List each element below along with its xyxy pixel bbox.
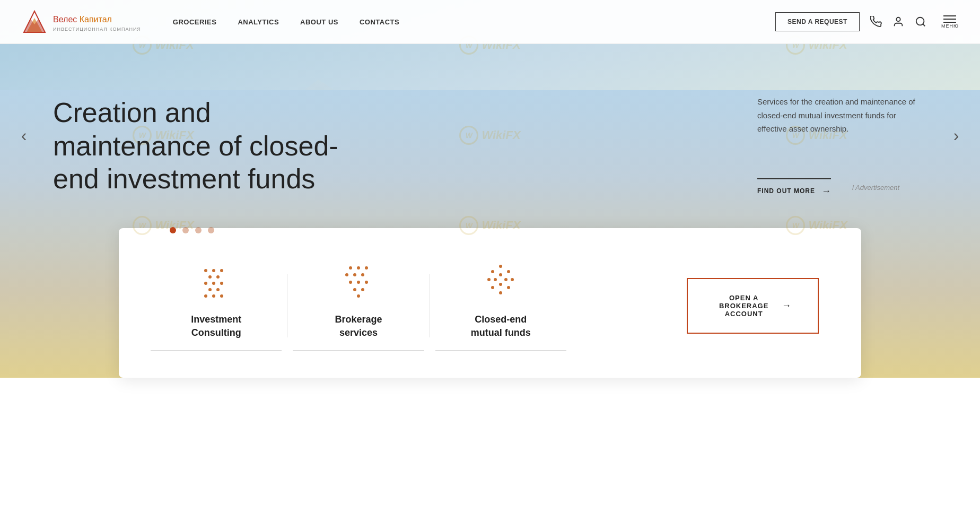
service-brokerage: Brokerageservices bbox=[293, 260, 424, 351]
header-right: SEND A REQUEST МЕНЮ bbox=[775, 12, 959, 31]
svg-point-22 bbox=[212, 294, 215, 298]
svg-point-44 bbox=[499, 273, 502, 276]
hero-dots bbox=[170, 227, 214, 233]
logo-veles: Велес bbox=[53, 15, 77, 24]
service-closed-end: Closed-endmutual funds bbox=[435, 260, 566, 351]
svg-point-23 bbox=[220, 294, 223, 298]
nav-groceries[interactable]: GROCERIES bbox=[173, 18, 217, 26]
nav-contacts[interactable]: CONTACTS bbox=[360, 18, 399, 26]
svg-point-17 bbox=[212, 282, 215, 285]
svg-point-15 bbox=[216, 275, 220, 279]
find-out-more-button[interactable]: FIND OUT MORE → bbox=[757, 178, 831, 197]
hero-dot-2[interactable] bbox=[182, 227, 189, 233]
send-request-button[interactable]: SEND A REQUEST bbox=[775, 12, 860, 31]
hero-left-panel: Creation and maintenance of closed-end i… bbox=[53, 75, 736, 195]
user-icon[interactable] bbox=[892, 16, 904, 28]
hero-prev-button[interactable]: ‹ bbox=[11, 122, 37, 149]
svg-point-39 bbox=[507, 286, 510, 289]
nav-about-us[interactable]: ABOUT US bbox=[300, 18, 338, 26]
svg-point-40 bbox=[499, 291, 502, 294]
logo-icon bbox=[21, 8, 48, 35]
menu-button[interactable]: МЕНЮ bbox=[941, 15, 959, 29]
brokerage-account-wrapper: OPEN A BROKERAGE ACCOUNT → bbox=[676, 278, 829, 334]
svg-point-38 bbox=[511, 278, 514, 281]
nav-analytics[interactable]: ANALYTICS bbox=[238, 18, 279, 26]
hero-dot-3[interactable] bbox=[195, 227, 202, 233]
svg-point-18 bbox=[220, 282, 223, 285]
svg-point-20 bbox=[216, 288, 220, 291]
service-investment-consulting: InvestmentConsulting bbox=[151, 260, 282, 351]
svg-point-28 bbox=[353, 273, 356, 276]
svg-point-42 bbox=[487, 278, 491, 281]
svg-point-47 bbox=[494, 278, 497, 281]
divider-2 bbox=[430, 274, 430, 337]
svg-point-34 bbox=[361, 288, 364, 291]
search-icon[interactable] bbox=[915, 16, 926, 28]
svg-point-3 bbox=[896, 18, 900, 21]
svg-point-31 bbox=[357, 281, 360, 284]
service-investment-title: InvestmentConsulting bbox=[191, 313, 241, 340]
open-brokerage-account-button[interactable]: OPEN A BROKERAGE ACCOUNT → bbox=[687, 278, 819, 334]
site-header: Велес Капитал ИНВЕСТИЦИОННАЯ КОМПАНИЯ GR… bbox=[0, 0, 980, 44]
svg-point-32 bbox=[365, 281, 368, 284]
svg-point-45 bbox=[504, 278, 508, 281]
find-out-more-arrow-icon: → bbox=[821, 186, 831, 197]
svg-point-21 bbox=[204, 294, 207, 298]
advertisement-text: i Advertisement bbox=[852, 184, 899, 192]
svg-point-16 bbox=[204, 282, 207, 285]
brokerage-account-text: OPEN A BROKERAGE ACCOUNT bbox=[714, 294, 773, 318]
find-out-more-text: FIND OUT MORE bbox=[757, 187, 815, 195]
hero-description: Services for the creation and maintenanc… bbox=[757, 95, 927, 136]
logo-subtitle: ИНВЕСТИЦИОННАЯ КОМПАНИЯ bbox=[53, 27, 141, 32]
service-closed-end-title: Closed-endmutual funds bbox=[471, 313, 531, 340]
divider-1 bbox=[287, 274, 287, 337]
svg-point-27 bbox=[345, 273, 348, 276]
phone-icon[interactable] bbox=[870, 16, 882, 28]
svg-point-41 bbox=[491, 286, 494, 289]
svg-point-33 bbox=[353, 288, 356, 291]
hero-title: Creation and maintenance of closed-end i… bbox=[53, 96, 350, 195]
svg-point-46 bbox=[499, 283, 502, 286]
hero-next-button[interactable]: › bbox=[943, 122, 969, 149]
svg-point-4 bbox=[916, 18, 924, 25]
main-nav: GROCERIES ANALYTICS ABOUT US CONTACTS bbox=[173, 18, 775, 26]
find-out-row: FIND OUT MORE → i Advertisement bbox=[757, 178, 927, 197]
hero-dot-1[interactable] bbox=[170, 227, 176, 233]
svg-point-29 bbox=[361, 273, 364, 276]
svg-point-14 bbox=[208, 275, 212, 279]
svg-point-19 bbox=[208, 288, 212, 291]
logo[interactable]: Велес Капитал ИНВЕСТИЦИОННАЯ КОМПАНИЯ bbox=[21, 8, 141, 35]
menu-label: МЕНЮ bbox=[941, 23, 959, 29]
service-brokerage-title: Brokerageservices bbox=[335, 313, 382, 340]
svg-point-35 bbox=[357, 294, 360, 298]
logo-kapital: Капитал bbox=[80, 15, 112, 24]
hero-right-panel: Services for the creation and maintenanc… bbox=[736, 74, 927, 197]
hero-dot-4[interactable] bbox=[208, 227, 214, 233]
svg-point-30 bbox=[349, 281, 352, 284]
brokerage-account-arrow-icon: → bbox=[782, 300, 791, 311]
